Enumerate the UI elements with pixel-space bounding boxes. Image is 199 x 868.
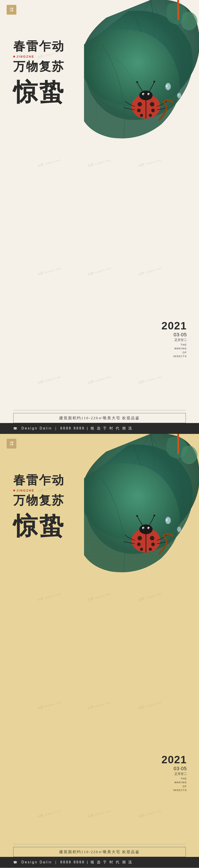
card-1: 仙图 xianpic.com 仙图 xianpic.com 仙图 xianpic… xyxy=(0,0,199,434)
svg-point-12 xyxy=(137,109,141,112)
svg-point-5 xyxy=(139,91,153,100)
svg-point-15 xyxy=(149,114,152,117)
month-day-2: 03·05 xyxy=(161,766,187,772)
jingzhe-text: JINGZHE xyxy=(16,55,35,58)
jingzhe-dot-2 xyxy=(13,490,15,491)
svg-point-19 xyxy=(166,519,168,521)
watermark-text: 仙图 xianpic.com xyxy=(138,375,162,385)
logo-2: 元璟云著 xyxy=(7,439,16,448)
logo-badge-2: 元璟云著 xyxy=(7,439,16,448)
contact-bar-2: ☎ Design Dalin ｜ 8888 8888 | 领 选 于 时 代 潮… xyxy=(0,857,199,868)
building-info-2: 建筑面积约110-220㎡唯美大宅 欢迎品鉴 xyxy=(13,847,186,857)
watermark-text: 仙图 xianpic.com xyxy=(87,375,112,385)
title-big-jingzhe: 惊蛰 xyxy=(13,80,66,104)
svg-point-30 xyxy=(151,542,155,546)
leaf-illustration xyxy=(84,0,199,173)
phone-icon-2: ☎ xyxy=(13,861,17,864)
main-text-area-2: 春雷乍动 JINGZHE 万物复苏 惊蛰 xyxy=(13,474,66,538)
contact-text: Design Dalin ｜ 8888 8888 | 领 选 于 时 代 潮 流 xyxy=(22,426,133,431)
title-spring-thunder: 春雷乍动 xyxy=(13,40,66,53)
phone-icon: ☎ xyxy=(13,427,17,430)
divider xyxy=(13,410,186,410)
svg-point-33 xyxy=(136,515,138,517)
svg-point-11 xyxy=(150,102,154,106)
watermark-text: 仙图 xianpic.com xyxy=(37,375,61,385)
building-info: 建筑面积约110-220㎡唯美大宅 欢迎品鉴 xyxy=(13,413,186,423)
svg-point-9 xyxy=(149,94,150,95)
svg-point-13 xyxy=(151,109,155,112)
title-big-jingzhe-2: 惊蛰 xyxy=(13,514,66,538)
title-revival-2: 万物复苏 xyxy=(13,494,66,507)
svg-point-14 xyxy=(140,114,143,117)
accent-bar xyxy=(177,0,179,20)
jingzhe-dot xyxy=(13,56,15,58)
english-subtitle: THE WAKING OF INSECTS xyxy=(161,343,187,359)
svg-point-34 xyxy=(153,515,155,517)
svg-point-32 xyxy=(149,548,152,551)
contact-text-2: Design Dalin ｜ 8888 8888 | 领 选 于 时 代 潮 流 xyxy=(22,860,133,865)
lunar-date: 正月廿二 xyxy=(161,338,187,342)
svg-point-20 xyxy=(177,527,181,532)
svg-point-16 xyxy=(136,81,138,83)
accent-bar-2 xyxy=(177,434,179,454)
svg-point-29 xyxy=(137,542,141,546)
jingzhe-text-2: JINGZHE xyxy=(16,489,35,492)
svg-point-3 xyxy=(178,94,179,96)
logo: 元璟云著 xyxy=(7,5,16,14)
svg-point-17 xyxy=(153,81,155,83)
month-day: 03·05 xyxy=(161,332,187,338)
english-subtitle-2: THE WAKING OF INSECTS xyxy=(161,777,187,793)
svg-point-28 xyxy=(150,536,154,540)
contact-bar: ☎ Design Dalin ｜ 8888 8888 | 领 选 于 时 代 潮… xyxy=(0,423,199,434)
svg-point-25 xyxy=(143,528,145,529)
year: 2021 xyxy=(161,320,187,332)
svg-point-2 xyxy=(177,93,181,98)
leaf-illustration-2 xyxy=(84,434,199,607)
svg-point-27 xyxy=(137,536,142,540)
card-2: 仙图 xianpic.com 仙图 xianpic.com 仙图 xianpic… xyxy=(0,434,199,868)
svg-point-8 xyxy=(143,94,145,95)
date-area: 2021 03·05 正月廿二 THE WAKING OF INSECTS xyxy=(161,320,187,359)
main-text-area: 春雷乍动 JINGZHE 万物复苏 惊蛰 xyxy=(13,40,66,104)
jingzhe-label: JINGZHE xyxy=(13,55,66,58)
watermark-text: 仙图 xianpic.com xyxy=(37,266,61,276)
watermark-text: 仙图 xianpic.com xyxy=(138,266,162,276)
title-revival: 万物复苏 xyxy=(13,60,66,73)
lunar-date-2: 正月廿二 xyxy=(161,772,187,776)
date-area-2: 2021 03·05 正月廿二 THE WAKING OF INSECTS xyxy=(161,753,187,793)
svg-point-1 xyxy=(166,85,168,87)
divider-2 xyxy=(13,844,186,844)
logo-badge: 元璟云著 xyxy=(7,5,16,14)
svg-point-31 xyxy=(140,548,143,551)
svg-point-10 xyxy=(137,102,142,106)
svg-point-26 xyxy=(149,528,150,529)
svg-point-22 xyxy=(139,524,153,534)
bottom-area-2: 建筑面积约110-220㎡唯美大宅 欢迎品鉴 ☎ Design Dalin ｜ … xyxy=(0,840,199,868)
year-2: 2021 xyxy=(161,753,187,766)
bottom-area: 建筑面积约110-220㎡唯美大宅 欢迎品鉴 ☎ Design Dalin ｜ … xyxy=(0,407,199,434)
title-spring-thunder-2: 春雷乍动 xyxy=(13,474,66,487)
watermark-text: 仙图 xianpic.com xyxy=(87,266,112,276)
jingzhe-label-2: JINGZHE xyxy=(13,489,66,492)
watermark-text: 仙图 xianpic.com xyxy=(37,158,61,168)
